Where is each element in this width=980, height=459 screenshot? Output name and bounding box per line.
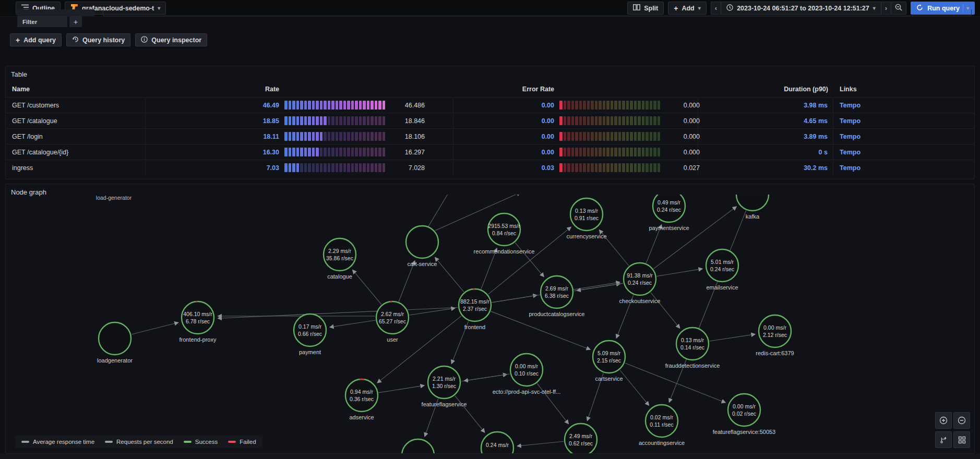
add-filter-button[interactable]: +	[69, 16, 82, 27]
error-rate-value: 0.00	[453, 133, 554, 140]
history-icon	[72, 36, 79, 44]
tempo-link[interactable]: Tempo	[840, 117, 861, 125]
graph-node-productcatalogservice[interactable]: 2.69 ms/r6.38 r/secproductcatalogservice	[529, 276, 584, 317]
node-response-time: 406.10 ms/r	[183, 311, 212, 317]
graph-node-node-partial[interactable]	[402, 439, 434, 454]
cell-links: Tempo	[833, 164, 974, 172]
add-query-button[interactable]: + Add query	[10, 33, 62, 46]
cell-links: Tempo	[833, 149, 974, 156]
graph-node-ecto[interactable]: 0.00 ms/r0.10 r/sececto://prod-api-svc-o…	[493, 354, 561, 395]
graph-edge[interactable]	[670, 211, 746, 402]
column-header-links[interactable]: Links	[833, 86, 974, 93]
graph-edge[interactable]	[464, 374, 510, 381]
node-label: emailservice	[706, 284, 738, 291]
rate-gauge-value: 46.486	[393, 102, 425, 109]
graph-node-currencyservice[interactable]: 0.13 ms/r0.91 r/seccurrencyservice	[566, 198, 606, 239]
legend-label: Requests per second	[116, 439, 173, 445]
tempo-link[interactable]: Tempo	[840, 149, 861, 156]
graph-edge[interactable]	[353, 270, 381, 305]
cell-rate: 7.037.028	[146, 160, 453, 175]
graph-edge[interactable]	[657, 269, 702, 276]
filter-field-label[interactable]: Filter	[17, 16, 67, 27]
node-response-time: 0.49 ms/r	[658, 199, 680, 206]
cell-rate: 46.4946.486	[146, 98, 453, 113]
node-request-rate: 0.66 r/sec	[298, 331, 322, 337]
cell-error-rate: 0.000.000	[453, 129, 698, 144]
tempo-link[interactable]: Tempo	[840, 102, 861, 109]
graph-edge[interactable]	[710, 334, 755, 341]
graph-node-loadgenerator[interactable]: loadgenerator	[97, 322, 133, 364]
graph-node-user[interactable]: 2.62 ms/r65.27 r/secuser	[374, 299, 410, 343]
node-label: adservice	[349, 414, 374, 420]
node-graph-canvas[interactable]: load-generator2.29 ms/r35.86 r/seccatalo…	[6, 195, 974, 454]
node-label: load-generator	[96, 195, 132, 201]
graph-node-paymentservice[interactable]: 0.49 ms/r0.24 r/secpaymentservice	[649, 195, 689, 231]
cell-duration: 3.98 ms	[698, 98, 833, 113]
graph-node-catalogue[interactable]: 2.29 ms/r35.86 r/seccatalogue	[324, 238, 356, 280]
node-label: recommendationservice	[474, 248, 535, 255]
node-response-time: 5.09 ms/r	[597, 350, 620, 356]
graph-node-node-024[interactable]: 0.24 ms/r	[481, 432, 513, 454]
column-header-rate[interactable]: Rate	[146, 86, 453, 93]
rate-value: 7.03	[146, 164, 279, 172]
graph-node-node-249[interactable]: 2.49 ms/r0.62 r/sec	[565, 424, 597, 454]
graph-edge[interactable]	[620, 370, 649, 405]
graph-node-recommendationservice[interactable]: 2915.53 ms/r0.84 r/secrecommendationserv…	[474, 213, 535, 255]
graph-node-featureflagservice[interactable]: 2.21 ms/r1.30 r/secfeatureflagservice	[422, 366, 467, 407]
graph-edge[interactable]	[518, 441, 564, 446]
node-request-rate: 6.78 r/sec	[186, 318, 210, 324]
tempo-link[interactable]: Tempo	[840, 164, 861, 172]
node-request-rate: 0.91 r/sec	[575, 215, 599, 221]
graph-node-checkoutservice[interactable]: 91.38 ms/r0.24 r/seccheckoutservice	[619, 263, 661, 304]
graph-edge[interactable]	[515, 243, 544, 276]
graph-edge[interactable]	[132, 323, 178, 334]
node-response-time: 882.15 ms/r	[460, 298, 489, 305]
query-history-button[interactable]: Query history	[66, 33, 130, 46]
graph-edge[interactable]	[218, 307, 458, 318]
node-label: user	[387, 336, 398, 343]
zoom-out-button[interactable]	[953, 412, 970, 429]
node-request-rate: 0.10 r/sec	[515, 370, 539, 377]
column-header-error-rate[interactable]: Error Rate	[453, 86, 698, 93]
graph-node-cart-service[interactable]: cart-service	[406, 226, 438, 267]
node-label: frauddetectionservice	[665, 363, 720, 369]
graph-edge[interactable]	[481, 248, 497, 289]
query-inspector-button[interactable]: Query inspector	[135, 33, 207, 46]
node-request-rate: 35.86 r/sec	[326, 255, 353, 261]
graph-node-redis-cart:6379[interactable]: 0.00 ms/r2.12 r/secredis-cart:6379	[756, 315, 794, 356]
cell-name: GET /catalogue/{id}	[6, 144, 146, 160]
rate-bar-gauge	[284, 116, 385, 125]
rate-gauge-value: 18.106	[393, 133, 425, 140]
graph-node-cartservice[interactable]: 5.09 ms/r2.15 r/seccartservice	[593, 341, 625, 382]
graph-edge[interactable]	[428, 195, 456, 226]
node-graph-controls	[935, 412, 969, 448]
layout-hierarchy-button[interactable]	[935, 431, 952, 448]
zoom-in-button[interactable]	[935, 412, 952, 429]
legend-swatch	[184, 441, 192, 443]
graph-node-payment[interactable]: 0.17 ms/r0.66 r/secpayment	[294, 314, 326, 355]
graph-node-accountingservice[interactable]: 0.02 ms/r0.11 r/secaccountingservice	[639, 405, 685, 446]
graph-edge[interactable]	[379, 385, 424, 393]
graph-node-load-generator-label[interactable]: load-generator	[96, 195, 132, 201]
error-rate-value: 0.00	[453, 102, 554, 109]
graph-node-frontend[interactable]: 882.15 ms/r2.37 r/secfrontend	[457, 287, 493, 330]
graph-node-frontend-proxy[interactable]: 406.10 ms/r6.78 r/secfrontend-proxy	[180, 299, 217, 343]
graph-edge[interactable]	[435, 258, 464, 292]
graph-node-frauddetectionservice[interactable]: 0.13 ms/r0.14 r/secfrauddetectionservice	[665, 328, 720, 369]
graph-node-adservice[interactable]: 0.94 ms/r0.36 r/secadservice	[343, 377, 379, 420]
graph-edge[interactable]	[577, 283, 623, 291]
graph-edge[interactable]	[625, 363, 725, 403]
graph-node-featureflagservice:50053[interactable]: 0.00 ms/r0.02 r/secfeatureflagservice:50…	[713, 394, 775, 435]
column-header-name[interactable]: Name	[6, 86, 146, 93]
node-response-time: 0.00 ms/r	[733, 403, 756, 409]
node-response-time: 2915.53 ms/r	[488, 223, 520, 229]
graph-node-kafka[interactable]: kafka	[736, 195, 769, 220]
node-graph-legend: Average response timeRequests per second…	[15, 436, 262, 448]
graph-node-emailservice[interactable]: 5.01 ms/r0.24 r/secemailservice	[706, 249, 738, 291]
query-input-fragment[interactable]	[103, 9, 972, 16]
grid-layout-button[interactable]	[953, 431, 970, 448]
tempo-link[interactable]: Tempo	[840, 133, 861, 140]
graph-edge[interactable]	[330, 320, 376, 327]
table-row: GET /catalogue/{id}16.3016.2970.000.0000…	[6, 144, 974, 160]
column-header-duration[interactable]: Duration (p90)	[698, 86, 833, 93]
